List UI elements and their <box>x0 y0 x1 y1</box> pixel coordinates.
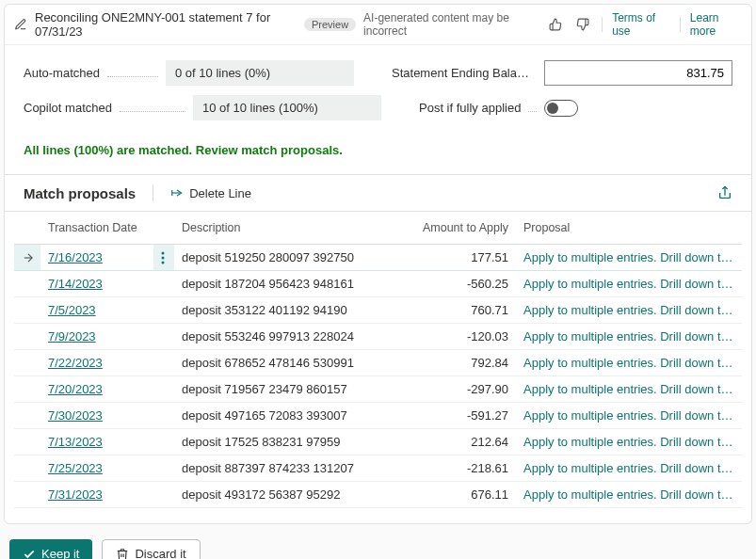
col-amount[interactable]: Amount to Apply <box>403 212 516 245</box>
copilot-matched-value: 10 of 10 lines (100%) <box>193 95 381 120</box>
delete-line-icon <box>170 186 184 200</box>
cell-date[interactable]: 7/16/2023 <box>40 245 153 271</box>
cell-proposal[interactable]: Apply to multiple entries. Drill down to… <box>516 297 742 324</box>
cell-date[interactable]: 7/31/2023 <box>40 482 153 508</box>
keep-it-button[interactable]: Keep it <box>9 539 92 559</box>
row-more-icon[interactable] <box>153 376 174 403</box>
col-desc[interactable]: Description <box>174 212 403 245</box>
row-indicator <box>14 403 40 429</box>
divider <box>153 184 153 201</box>
terms-link[interactable]: Terms of use <box>612 11 670 38</box>
dots <box>120 104 185 112</box>
row-more-icon[interactable] <box>153 297 174 324</box>
table-row[interactable]: 7/30/2023deposit 497165 72083 393007-591… <box>14 403 742 429</box>
cell-desc: deposit 353122 401192 94190 <box>174 297 403 324</box>
table-row[interactable]: 7/31/2023deposit 493172 56387 95292676.1… <box>14 482 742 508</box>
cell-desc: deposit 493172 56387 95292 <box>174 482 403 508</box>
row-more-icon[interactable] <box>153 403 174 429</box>
learn-more-link[interactable]: Learn more <box>690 11 742 38</box>
cell-proposal[interactable]: Apply to multiple entries. Drill down to… <box>516 245 742 271</box>
col-proposal[interactable]: Proposal <box>516 212 742 245</box>
row-indicator <box>14 455 40 482</box>
table-row[interactable]: 7/22/2023deposit 678652 478146 530991792… <box>14 350 742 376</box>
delete-line-button[interactable]: Delete Line <box>170 186 251 200</box>
row-indicator <box>14 429 40 455</box>
row-more-icon[interactable] <box>153 455 174 482</box>
cell-amount: 676.11 <box>403 482 516 508</box>
row-indicator <box>14 271 40 297</box>
row-more-icon[interactable] <box>153 324 174 350</box>
cell-proposal[interactable]: Apply to multiple entries. Drill down to… <box>516 403 742 429</box>
cell-proposal[interactable]: Apply to multiple entries. Drill down to… <box>516 482 742 508</box>
cell-date[interactable]: 7/5/2023 <box>40 297 153 324</box>
trash-icon <box>116 548 129 560</box>
cell-date[interactable]: 7/9/2023 <box>40 324 153 350</box>
svg-point-2 <box>162 256 165 259</box>
cell-proposal[interactable]: Apply to multiple entries. Drill down to… <box>516 271 742 297</box>
thumbs-up-icon[interactable] <box>546 14 565 35</box>
cell-date[interactable]: 7/20/2023 <box>40 376 153 403</box>
cell-date[interactable]: 7/13/2023 <box>40 429 153 455</box>
auto-matched-label: Auto-matched <box>24 66 100 80</box>
cell-amount: 792.84 <box>403 350 516 376</box>
cell-proposal[interactable]: Apply to multiple entries. Drill down to… <box>516 324 742 350</box>
cell-desc: deposit 719567 23479 860157 <box>174 376 403 403</box>
status-line: All lines (100%) are matched. Review mat… <box>5 137 751 174</box>
cell-proposal[interactable]: Apply to multiple entries. Drill down to… <box>516 376 742 403</box>
row-more-icon[interactable] <box>153 429 174 455</box>
divider <box>602 17 603 32</box>
delete-line-label: Delete Line <box>189 186 251 200</box>
cell-amount: -297.90 <box>403 376 516 403</box>
cell-desc: deposit 17525 838231 97959 <box>174 429 403 455</box>
edit-icon[interactable] <box>14 18 27 31</box>
dots <box>107 70 158 77</box>
row-more-icon[interactable] <box>153 245 174 271</box>
cell-amount: 212.64 <box>403 429 516 455</box>
dots <box>528 104 537 112</box>
table-row[interactable]: 7/13/2023deposit 17525 838231 97959212.6… <box>14 429 742 455</box>
row-indicator <box>14 376 40 403</box>
table-row[interactable]: 7/16/2023deposit 519250 280097 392750177… <box>14 245 742 271</box>
table-row[interactable]: 7/9/2023deposit 553246 997913 228024-120… <box>14 324 742 350</box>
cell-date[interactable]: 7/14/2023 <box>40 271 153 297</box>
proposals-table: Transaction Date Description Amount to A… <box>14 212 742 508</box>
post-if-applied-label: Post if fully applied <box>419 101 521 115</box>
row-indicator <box>14 324 40 350</box>
post-if-applied-toggle[interactable] <box>544 100 578 117</box>
discard-it-label: Discard it <box>135 547 185 559</box>
svg-point-1 <box>162 251 165 254</box>
cell-date[interactable]: 7/25/2023 <box>40 455 153 482</box>
share-icon[interactable] <box>717 185 732 200</box>
discard-it-button[interactable]: Discard it <box>102 539 200 559</box>
cell-desc: deposit 187204 956423 948161 <box>174 271 403 297</box>
ai-hint: AI-generated content may be incorrect <box>363 11 537 38</box>
cell-desc: deposit 497165 72083 393007 <box>174 403 403 429</box>
cell-proposal[interactable]: Apply to multiple entries. Drill down to… <box>516 455 742 482</box>
cell-date[interactable]: 7/30/2023 <box>40 403 153 429</box>
cell-amount: -560.25 <box>403 271 516 297</box>
table-row[interactable]: 7/14/2023deposit 187204 956423 948161-56… <box>14 271 742 297</box>
divider <box>680 17 681 32</box>
row-indicator <box>14 297 40 324</box>
row-more-icon[interactable] <box>153 482 174 508</box>
table-row[interactable]: 7/5/2023deposit 353122 401192 94190760.7… <box>14 297 742 324</box>
ending-balance-input[interactable] <box>544 60 732 86</box>
cell-date[interactable]: 7/22/2023 <box>40 350 153 376</box>
page-title: Reconciling ONE2MNY-001 statement 7 for … <box>35 10 297 39</box>
thumbs-down-icon[interactable] <box>573 14 592 35</box>
check-icon <box>23 548 36 560</box>
cell-amount: -218.61 <box>403 455 516 482</box>
keep-it-label: Keep it <box>41 547 79 559</box>
col-date[interactable]: Transaction Date <box>40 212 153 245</box>
row-more-icon[interactable] <box>153 271 174 297</box>
cell-desc: deposit 553246 997913 228024 <box>174 324 403 350</box>
row-more-icon[interactable] <box>153 350 174 376</box>
row-indicator <box>14 482 40 508</box>
table-row[interactable]: 7/20/2023deposit 719567 23479 860157-297… <box>14 376 742 403</box>
table-row[interactable]: 7/25/2023deposit 887397 874233 131207-21… <box>14 455 742 482</box>
cell-amount: 760.71 <box>403 297 516 324</box>
cell-proposal[interactable]: Apply to multiple entries. Drill down to… <box>516 429 742 455</box>
cell-proposal[interactable]: Apply to multiple entries. Drill down to… <box>516 350 742 376</box>
auto-matched-value: 0 of 10 lines (0%) <box>166 60 354 86</box>
svg-point-3 <box>162 261 165 264</box>
